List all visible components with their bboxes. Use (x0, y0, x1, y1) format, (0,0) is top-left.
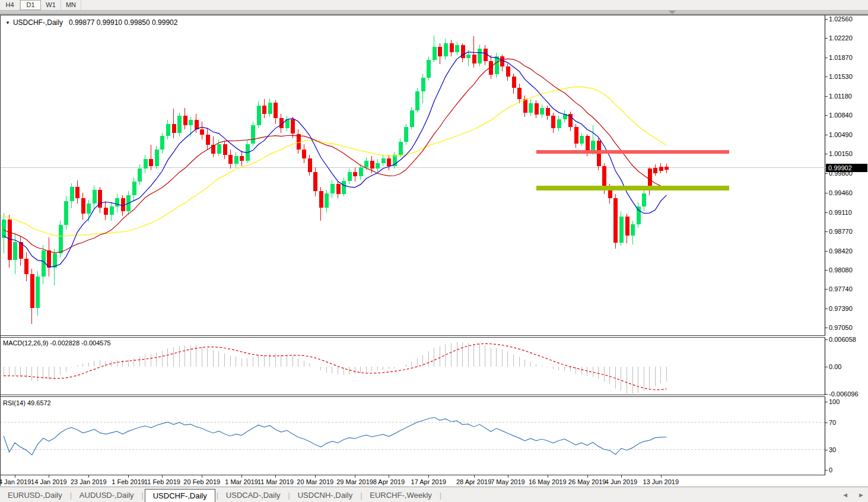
date-label: 23 Jan 2019 (71, 478, 107, 485)
date-tick (474, 475, 475, 478)
date-tick (621, 475, 622, 478)
tab-scroll-arrows: ◄ ► (842, 487, 864, 502)
price-axis-tick (825, 58, 828, 58)
date-axis: 4 Jan 201914 Jan 201923 Jan 20191 Feb 20… (1, 475, 825, 487)
tab-separator: | (142, 488, 144, 502)
price-axis-tick (825, 77, 828, 77)
macd-axis-label: 0.006058 (829, 336, 856, 343)
date-label: 17 Apr 2019 (411, 478, 446, 485)
price-axis-tick (825, 154, 828, 154)
date-label: 1 Mar 2019 (225, 478, 258, 485)
price-axis-label: 1.00150 (829, 150, 853, 157)
price-chart-canvas[interactable] (1, 15, 825, 335)
price-axis-label: 1.02220 (829, 34, 853, 42)
rsi-axis-label: 30 (829, 446, 836, 453)
rsi-axis-tick (825, 470, 828, 471)
price-axis-label: 0.99110 (829, 209, 852, 216)
timeframe-button-w1[interactable]: W1 (41, 0, 61, 10)
chart-tab-usdcad[interactable]: USDCAD-,Daily (218, 488, 288, 502)
date-label: 14 Jan 2019 (31, 478, 67, 485)
price-axis-label: 1.00840 (829, 112, 853, 119)
symbol-dropdown-icon[interactable]: ▼ (5, 20, 10, 26)
date-tick (428, 475, 429, 478)
rsi-value: 49.6572 (27, 399, 51, 406)
price-axis-tick (825, 193, 828, 193)
date-label: 4 Jun 2019 (605, 478, 637, 485)
date-label: 20 Mar 2019 (297, 478, 333, 485)
macd-label: MACD(12,26,9) -0.002828 -0.004575 (3, 339, 111, 347)
chart-tab-usdchf[interactable]: USDCHF-,Daily (145, 489, 215, 502)
rsi-axis-label: 0 (829, 466, 832, 474)
price-axis: 0.99902 1.025601.022201.018701.015301.01… (825, 15, 868, 486)
date-tick (202, 475, 202, 478)
chart-ohlc-values: 0.99877 0.99910 0.99850 0.99902 (69, 18, 178, 27)
chart-title: ▼USDCHF-,Daily0.99877 0.99910 0.99850 0.… (5, 18, 177, 27)
macd-axis-tick (825, 394, 828, 395)
price-axis-tick (825, 251, 828, 252)
price-axis-tick (825, 231, 828, 232)
date-tick (389, 475, 389, 478)
macd-axis-label: -0.006096 (829, 390, 859, 398)
price-axis-label: 0.98080 (829, 266, 853, 274)
price-axis-tick (825, 135, 828, 135)
price-axis-tick (825, 173, 828, 174)
date-tick (88, 475, 89, 478)
date-tick (241, 475, 242, 478)
chart-plot-area[interactable]: 4 Jan 201914 Jan 201923 Jan 20191 Feb 20… (0, 15, 825, 486)
date-label: 1 Feb 2019 (112, 478, 145, 485)
chart-shift-marker-icon[interactable] (669, 11, 676, 14)
date-tick (275, 475, 276, 478)
rsi-label: RSI(14) 49.6572 (3, 399, 51, 406)
date-label: 13 Jun 2019 (643, 478, 679, 485)
chart-window: 4 Jan 201914 Jan 201923 Jan 20191 Feb 20… (0, 15, 868, 486)
macd-axis-tick (825, 367, 828, 367)
chart-tab-audusd[interactable]: AUDUSD-,Daily (72, 488, 142, 502)
price-axis-tick (825, 38, 828, 39)
timeframe-toolbar: H4D1W1MN (0, 0, 868, 11)
timeframe-button-mn[interactable]: MN (61, 0, 81, 10)
price-axis-label: 1.02560 (829, 15, 853, 23)
tab-scroll-left-icon[interactable]: ◄ (842, 491, 848, 498)
macd-axis-label: 0.00 (829, 363, 841, 370)
rsi-axis-tick (825, 402, 828, 402)
macd-indicator-canvas[interactable] (1, 338, 825, 395)
timeframe-button-h4[interactable]: H4 (0, 0, 20, 10)
tab-separator: | (440, 488, 441, 502)
date-tick (587, 475, 588, 478)
date-tick (128, 475, 129, 478)
date-tick (548, 475, 548, 478)
price-axis-tick (825, 270, 828, 271)
tab-scroll-right-icon[interactable]: ► (858, 491, 864, 498)
date-label: 16 May 2019 (529, 478, 567, 485)
price-axis-label: 0.99800 (829, 170, 853, 177)
chart-tab-eurusd[interactable]: EURUSD-,Daily (0, 488, 70, 502)
price-axis-label: 1.00490 (829, 131, 853, 138)
price-axis-tick (825, 309, 828, 309)
macd-axis-tick (825, 339, 828, 340)
date-label: 8 Apr 2019 (373, 478, 405, 485)
date-label: 29 Mar 2019 (336, 478, 373, 485)
price-axis-tick (825, 212, 828, 213)
price-axis-tick (825, 115, 828, 116)
rsi-axis-label: 100 (829, 398, 840, 405)
chart-tab-eurchf[interactable]: EURCHF-,Weekly (362, 488, 440, 502)
price-axis-label: 0.98420 (829, 247, 853, 255)
price-axis-label: 1.01530 (829, 73, 853, 80)
date-tick (508, 475, 508, 478)
chart-scroll-strip[interactable] (0, 11, 868, 15)
date-tick (49, 475, 49, 478)
date-tick (315, 475, 316, 478)
timeframe-button-d1[interactable]: D1 (20, 0, 41, 10)
price-axis-tick (825, 96, 828, 97)
date-label: 11 Feb 2019 (144, 478, 180, 485)
price-axis-tick (825, 19, 828, 20)
date-tick (15, 475, 15, 478)
date-label: 7 May 2019 (491, 478, 524, 485)
chart-symbol-label: USDCHF-,Daily (13, 18, 63, 27)
rsi-axis-tick (825, 422, 828, 423)
chart-tab-usdcnh[interactable]: USDCNH-,Daily (290, 488, 360, 502)
price-axis-label: 0.97390 (829, 305, 853, 312)
rsi-indicator-canvas[interactable] (1, 397, 825, 474)
price-axis-tick (825, 328, 828, 328)
price-axis-label: 1.01180 (829, 93, 852, 100)
